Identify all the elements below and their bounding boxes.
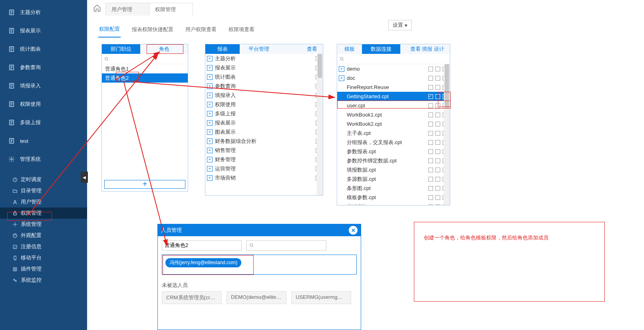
filter-tab[interactable]: 用户权限查看 [185,24,217,37]
checkbox-fill[interactable] [435,168,440,172]
expand-icon[interactable]: + [207,111,213,117]
expand-icon[interactable]: + [207,120,213,126]
template-tree-item[interactable]: 参数报表.cpt [337,147,450,156]
sidebar-item[interactable]: test [0,132,87,150]
sidebar-subitem[interactable]: 插件管理 [0,263,87,275]
sidebar-subitem[interactable]: 注册信息 [0,241,87,252]
template-tree-item[interactable]: 主子表.cpt [337,128,450,138]
report-tree-item[interactable]: +运营管理 [205,164,323,173]
sidebar-item[interactable]: 权限使用 [0,95,87,113]
template-tree-item[interactable]: +demo [337,64,450,73]
checkbox-fill[interactable] [435,76,440,81]
template-search[interactable] [337,54,450,64]
report-tree-item[interactable]: +主题分析 [205,54,323,63]
template-tree-item[interactable]: 填报数据.cpt [337,165,450,174]
sidebar-subitem[interactable]: 移动平台 [0,252,87,263]
home-icon[interactable] [89,1,105,15]
checkbox-fill[interactable] [435,204,440,205]
report-tree-item[interactable]: +人力资源管理 [205,182,323,184]
checkbox-view[interactable] [428,113,433,117]
sidebar-item[interactable]: 多级上报 [0,113,87,132]
template-tree-item[interactable]: +doc [337,73,450,83]
template-tree-item[interactable]: 分组报表，交叉报表.cpt [337,138,450,147]
checkbox-view[interactable] [428,103,433,108]
template-tree-item[interactable]: user.cpt [337,101,450,110]
sidebar-subitem[interactable]: 外观配置 [0,230,87,241]
template-tree-item[interactable]: WorkBook2.cpt [337,119,450,128]
checkbox-view[interactable] [428,149,433,154]
checkbox-view[interactable] [428,67,433,71]
expand-icon[interactable]: + [207,74,213,80]
role-search[interactable] [102,54,188,64]
expand-icon[interactable]: + [207,157,213,162]
checkbox-fill[interactable] [435,140,440,145]
sidebar-subitem[interactable]: 用户管理 [0,196,87,207]
tab-report[interactable]: 报表 [205,44,240,54]
template-tree-item[interactable]: 模板查询.cpt [337,202,450,205]
report-tree-item[interactable]: +财务数据综合分析 [205,136,323,146]
checkbox-fill[interactable] [435,158,440,163]
expand-icon[interactable]: + [207,56,213,61]
checkbox-view[interactable] [428,131,433,136]
sidebar-subitem[interactable]: 目录管理 [0,185,87,196]
template-tree-item[interactable]: 参数控件绑定数据.cpt [337,156,450,165]
filter-tab[interactable]: 权限项查看 [228,24,255,37]
tab-platform[interactable]: 平台管理 [240,44,278,54]
template-tree-item[interactable]: 模板参数.cpt [337,193,450,202]
report-tree-item[interactable]: +市场营销 [205,173,323,182]
expand-icon[interactable]: + [207,138,213,144]
candidate-member[interactable]: CRM系统管理员(crm... [162,291,222,304]
report-tree-item[interactable]: +多级上报 [205,109,323,118]
checkbox-view[interactable] [428,158,433,163]
close-icon[interactable]: ✕ [349,226,358,235]
settings-button[interactable]: 设置▾ [388,20,412,30]
expand-icon[interactable]: + [207,148,213,153]
tab-perm-mgmt[interactable]: 权限管理 [149,3,193,16]
report-tree-item[interactable]: +图表展示 [205,127,323,136]
role-item[interactable]: 普通角色2 [102,73,188,83]
tab-role[interactable]: 角色 [140,44,188,54]
expand-icon[interactable]: + [339,75,344,81]
sidebar-subitem[interactable]: 系统监控 [0,275,87,286]
member-chip[interactable]: 冯伟(jerry.feng@elitesland.com) [165,258,241,267]
checkbox-fill[interactable] [435,149,440,154]
sidebar-item[interactable]: 填报录入 [0,77,87,95]
checkbox-view[interactable] [428,204,433,205]
expand-icon[interactable]: + [207,65,213,71]
checkbox-fill[interactable] [435,85,440,90]
report-tree-item[interactable]: +填报录入 [205,91,323,100]
member-search[interactable] [246,240,326,251]
filter-tab[interactable]: 报表权限快捷配置 [131,24,174,37]
checkbox-view[interactable] [428,168,433,172]
report-tree-item[interactable]: +报表展示 [205,63,323,72]
role-name-input[interactable] [162,240,242,251]
expand-icon[interactable]: + [207,83,213,89]
checkbox-fill[interactable] [435,67,440,71]
report-tree-item[interactable]: +报表展示 [205,118,323,127]
template-tree-item[interactable]: GettingStarted.cpt [337,92,450,101]
template-tree-item[interactable]: FineReport.Reuse [337,83,450,92]
report-tree-item[interactable]: +统计图表 [205,72,323,81]
expand-icon[interactable]: + [207,93,213,98]
expand-icon[interactable]: + [207,175,213,181]
role-item[interactable]: 普通角色1 [102,64,188,73]
scrollbar[interactable] [317,54,323,195]
checkbox-fill[interactable] [435,195,440,200]
checkbox-view[interactable] [428,76,433,81]
tab-template[interactable]: 模板 [337,44,362,54]
report-tree-item[interactable]: +权限使用 [205,100,323,109]
add-role-button[interactable]: + [104,180,185,189]
checkbox-fill[interactable] [435,122,440,126]
checkbox-fill[interactable] [435,94,440,99]
checkbox-view[interactable] [428,122,433,126]
report-tree-item[interactable]: +财务管理 [205,155,323,164]
sidebar-collapse[interactable]: ◀ [81,172,88,183]
expand-icon[interactable]: + [339,66,344,72]
sidebar-subitem[interactable]: 系统管理 [0,219,87,230]
scrollbar[interactable] [444,64,450,205]
report-tree-item[interactable]: +参数查询 [205,81,323,91]
checkbox-fill[interactable] [435,177,440,182]
sidebar-subitem[interactable]: 权限管理 [0,207,87,219]
sidebar-item[interactable]: 报表展示 [0,22,87,40]
expand-icon[interactable]: + [207,166,213,172]
